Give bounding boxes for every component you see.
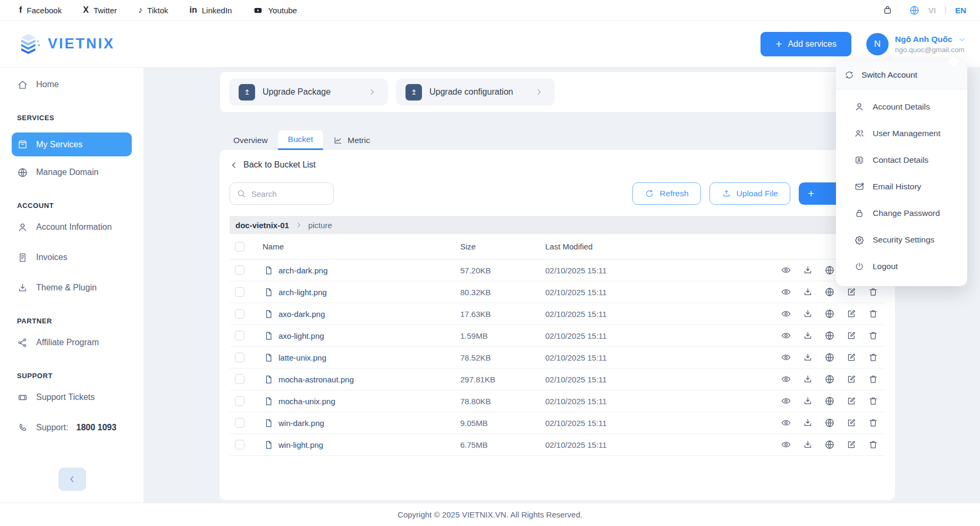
table-row[interactable]: mocha-unix.png 78.80KB 02/10/2025 15:11: [230, 390, 885, 412]
add-services-button[interactable]: + Add services: [761, 32, 851, 56]
public-url-button[interactable]: [824, 352, 835, 363]
menu-item-contact-details[interactable]: Contact Details: [836, 147, 967, 173]
table-row[interactable]: latte-unix.png 78.52KB 02/10/2025 15:11: [230, 347, 885, 369]
sidebar-item-account-information[interactable]: Account Information: [0, 220, 143, 234]
delete-file-button[interactable]: [868, 352, 878, 363]
download-file-button[interactable]: [802, 418, 813, 428]
public-url-button[interactable]: [824, 374, 835, 385]
twitter-link[interactable]: X Twitter: [83, 6, 117, 15]
edit-file-button[interactable]: [846, 330, 857, 341]
download-file-button[interactable]: [802, 265, 813, 275]
upgrade-configuration-button[interactable]: Upgrade configuration: [396, 79, 555, 105]
menu-item-logout[interactable]: Logout: [836, 253, 967, 280]
facebook-link[interactable]: f Facebook: [19, 6, 62, 15]
breadcrumb-folder[interactable]: picture: [308, 221, 332, 230]
user-menu-trigger[interactable]: Ngô Anh Quốc ngo.quoc@gmail.com: [895, 35, 969, 54]
delete-file-button[interactable]: [868, 330, 878, 341]
view-file-button[interactable]: [781, 287, 791, 297]
breadcrumb-bucket[interactable]: doc-vietnix-01: [235, 221, 289, 230]
edit-file-button[interactable]: [846, 308, 857, 319]
edit-file-button[interactable]: [846, 418, 857, 428]
tab-bucket[interactable]: Bucket: [278, 130, 323, 150]
table-row[interactable]: arch-dark.png 57.20KB 02/10/2025 15:11: [230, 260, 885, 281]
upgrade-package-button[interactable]: Upgrade Package: [229, 79, 388, 105]
public-url-button[interactable]: [824, 308, 835, 319]
file-name[interactable]: arch-light.png: [278, 288, 327, 297]
row-checkbox[interactable]: [235, 309, 244, 319]
view-file-button[interactable]: [781, 374, 791, 385]
row-checkbox[interactable]: [235, 418, 244, 428]
menu-item-email-history[interactable]: Email History: [836, 173, 967, 200]
view-file-button[interactable]: [781, 265, 791, 275]
public-url-button[interactable]: [824, 287, 835, 297]
file-name[interactable]: win-light.png: [278, 440, 323, 449]
menu-item-user-management[interactable]: User Management: [836, 120, 967, 147]
sidebar-item-affiliate-program[interactable]: Affiliate Program: [0, 336, 143, 349]
edit-file-button[interactable]: [846, 352, 857, 363]
youtube-link[interactable]: Youtube: [253, 5, 297, 15]
view-file-button[interactable]: [781, 396, 791, 406]
public-url-button[interactable]: [824, 418, 835, 428]
row-checkbox[interactable]: [235, 374, 244, 384]
file-name[interactable]: win-dark.png: [278, 419, 324, 428]
row-checkbox[interactable]: [235, 396, 244, 406]
file-name[interactable]: axo-dark.png: [278, 310, 325, 319]
sidebar-item-manage-domain[interactable]: Manage Domain: [0, 165, 143, 179]
menu-item-security-settings[interactable]: Security Settings: [836, 227, 967, 253]
view-file-button[interactable]: [781, 330, 791, 341]
delete-file-button[interactable]: [868, 418, 878, 428]
public-url-button[interactable]: [824, 439, 835, 450]
column-header-size[interactable]: Size: [460, 242, 545, 251]
edit-file-button[interactable]: [846, 396, 857, 406]
upload-file-button[interactable]: Upload File: [709, 182, 790, 205]
edit-file-button[interactable]: [846, 439, 857, 450]
table-row[interactable]: mocha-astronaut.png 297.81KB 02/10/2025 …: [230, 369, 885, 390]
sidebar-item-my-services[interactable]: My Services: [12, 132, 132, 156]
file-name[interactable]: latte-unix.png: [278, 353, 326, 362]
delete-file-button[interactable]: [868, 374, 878, 385]
row-checkbox[interactable]: [235, 265, 244, 275]
view-file-button[interactable]: [781, 418, 791, 428]
sidebar-item-invoices[interactable]: Invoices: [0, 251, 143, 264]
tab-overview[interactable]: Overview: [223, 130, 278, 150]
sidebar-collapse-button[interactable]: [58, 467, 86, 491]
sidebar-item-support-tickets[interactable]: Support Tickets: [0, 390, 143, 404]
delete-file-button[interactable]: [868, 439, 878, 450]
file-name[interactable]: arch-dark.png: [278, 266, 328, 275]
file-name[interactable]: axo-light.png: [278, 331, 324, 340]
download-file-button[interactable]: [802, 439, 813, 450]
tab-metric[interactable]: Metric: [323, 130, 380, 150]
row-checkbox[interactable]: [235, 440, 244, 449]
tiktok-link[interactable]: ♪ Tiktok: [138, 6, 168, 15]
column-header-name[interactable]: Name: [263, 242, 460, 251]
download-file-button[interactable]: [802, 352, 813, 363]
table-row[interactable]: win-light.png 6.75MB 02/10/2025 15:11: [230, 434, 885, 456]
row-checkbox[interactable]: [235, 353, 244, 362]
file-name[interactable]: mocha-unix.png: [278, 397, 335, 406]
download-file-button[interactable]: [802, 396, 813, 406]
delete-file-button[interactable]: [868, 396, 878, 406]
table-row[interactable]: axo-dark.png 17.63KB 02/10/2025 15:11: [230, 303, 885, 325]
public-url-button[interactable]: [824, 396, 835, 406]
sidebar-item-support-phone[interactable]: Support: 1800 1093: [0, 421, 143, 435]
vietnix-logo[interactable]: VIETNIX: [18, 33, 115, 55]
edit-file-button[interactable]: [846, 287, 857, 297]
edit-file-button[interactable]: [846, 374, 857, 385]
view-file-button[interactable]: [781, 352, 791, 363]
view-file-button[interactable]: [781, 439, 791, 450]
language-en[interactable]: EN: [955, 6, 966, 15]
menu-item-account-details[interactable]: Account Details: [836, 94, 967, 120]
download-file-button[interactable]: [802, 308, 813, 319]
table-row[interactable]: arch-light.png 80.32KB 02/10/2025 15:11: [230, 281, 885, 303]
public-url-button[interactable]: [824, 265, 835, 275]
table-row[interactable]: win-dark.png 9.05MB 02/10/2025 15:11: [230, 412, 885, 434]
shopping-bag-icon[interactable]: [882, 5, 893, 15]
row-checkbox[interactable]: [235, 331, 244, 340]
language-vi[interactable]: VI: [928, 6, 936, 15]
sidebar-item-home[interactable]: Home: [0, 78, 143, 91]
delete-file-button[interactable]: [868, 308, 878, 319]
refresh-button[interactable]: Refresh: [632, 182, 700, 205]
menu-item-switch-account[interactable]: Switch Account: [836, 61, 967, 89]
download-file-button[interactable]: [802, 330, 813, 341]
select-all-checkbox[interactable]: [235, 242, 244, 252]
